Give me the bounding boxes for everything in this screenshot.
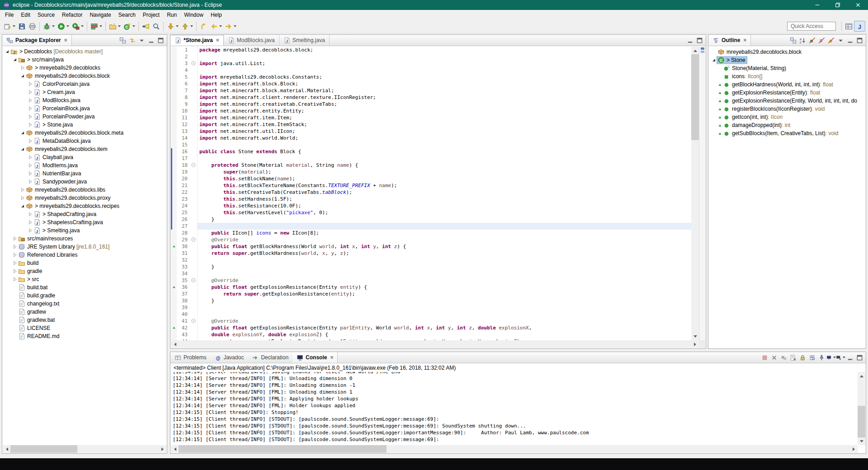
open-console-button[interactable] [836, 353, 845, 362]
scrollbar-track[interactable] [10, 445, 159, 453]
scrollbar-thumb[interactable] [179, 445, 387, 453]
code-line[interactable]: this.setBlockName(name); [198, 175, 691, 182]
expand-arrow-icon[interactable] [19, 195, 26, 201]
print-button[interactable] [27, 21, 38, 32]
run-dropdown-icon[interactable] [66, 25, 69, 27]
scrollbar-thumb[interactable] [10, 445, 77, 453]
external-tools-dropdown-icon[interactable] [81, 25, 84, 27]
menu-edit[interactable]: Edit [17, 10, 34, 19]
expand-arrow-icon[interactable] [12, 252, 18, 258]
code-line[interactable]: this.setCreativeTab(CreativeTabs.tabBloc… [198, 189, 691, 196]
minimize-view-button[interactable] [845, 353, 855, 362]
back-dropdown-icon[interactable] [219, 25, 222, 27]
outline-item[interactable]: getIcon(int, int) : IIcon [709, 113, 865, 121]
tree-item[interactable]: JRE System Library[jre1.8.0_161] [3, 243, 166, 251]
scroll-down-button[interactable] [858, 437, 865, 445]
code-area[interactable]: package mreyeballs29.decoblocks.block;im… [198, 47, 691, 340]
scrollbar-thumb[interactable] [691, 54, 699, 140]
close-window-button[interactable] [848, 0, 868, 10]
link-with-editor-button[interactable] [127, 36, 137, 45]
code-line[interactable]: @Override [198, 236, 691, 243]
line-number-ruler[interactable]: 1234567891011121314151617181920212223242… [177, 47, 190, 340]
outline-item[interactable]: C> Stone [709, 56, 865, 64]
previous-annotation-dropdown-icon[interactable] [190, 25, 193, 27]
collapse-arrow-icon[interactable] [19, 73, 26, 79]
new-wizard-dropdown-icon[interactable] [13, 25, 15, 27]
expand-arrow-icon[interactable] [27, 154, 33, 160]
search-button[interactable] [141, 21, 151, 32]
tree-item[interactable]: gradlew [3, 308, 166, 316]
close-view-icon[interactable]: × [330, 354, 333, 361]
code-line[interactable]: import java.util.List; [198, 60, 691, 67]
next-annotation-button[interactable] [165, 21, 180, 32]
code-line[interactable]: package mreyeballs29.decoblocks.block; [198, 47, 691, 53]
outline-item[interactable]: mreyeballs29.decoblocks.block [709, 48, 865, 56]
coverage-button[interactable] [89, 21, 104, 32]
overview-ruler[interactable] [699, 47, 705, 340]
hide-non-public-button[interactable] [826, 36, 836, 45]
code-line[interactable] [198, 53, 691, 60]
menu-window[interactable]: Window [180, 10, 207, 19]
tree-item[interactable]: J> Decoblocks[Decoblocks master] [3, 47, 166, 56]
tree-item[interactable]: J> ShapedCrafting.java [3, 210, 166, 218]
menu-refactor[interactable]: Refactor [58, 10, 86, 19]
save-button[interactable] [17, 21, 27, 32]
scroll-right-button[interactable] [850, 445, 858, 453]
close-tab-icon[interactable]: × [216, 37, 219, 43]
forward-dropdown-icon[interactable] [234, 25, 236, 27]
outline-item[interactable]: getSubBlocks(Item, CreativeTabs, List) :… [709, 129, 865, 137]
menu-help[interactable]: Help [207, 10, 226, 19]
open-type-button[interactable] [151, 21, 161, 32]
code-line[interactable]: @Override [198, 277, 691, 284]
collapse-arrow-icon[interactable] [19, 130, 26, 136]
tree-item[interactable]: JPorcelainBlock.java [3, 104, 166, 113]
code-line[interactable] [198, 141, 691, 148]
code-line[interactable]: @Override [198, 318, 691, 324]
tree-item[interactable]: JNutrientBar.java [3, 169, 166, 178]
word-wrap-button[interactable] [807, 353, 817, 362]
expand-arrow-icon[interactable] [27, 227, 33, 234]
scroll-down-button[interactable] [691, 333, 699, 340]
overview-marker[interactable] [701, 47, 704, 50]
code-line[interactable]: public float getBlockHardness(World worl… [198, 243, 691, 250]
tree-item[interactable]: JModItems.java [3, 161, 166, 169]
remove-launch-button[interactable] [769, 353, 779, 362]
collapse-arrow-icon[interactable] [19, 146, 26, 152]
new-java-project-dropdown-icon[interactable] [118, 25, 121, 27]
tree-item[interactable]: build.bat [3, 283, 166, 291]
expand-arrow-icon[interactable] [27, 170, 33, 177]
code-line[interactable]: } [198, 263, 691, 270]
menu-navigate[interactable]: Navigate [86, 10, 114, 19]
minimize-window-button[interactable] [807, 0, 827, 10]
tree-item[interactable]: mreyeballs29.decoblocks.libs [3, 186, 166, 194]
minimize-view-button[interactable] [685, 36, 695, 45]
fold-collapse-icon[interactable] [191, 61, 196, 66]
code-line[interactable]: this.setResistance(10.0F); [198, 202, 691, 209]
expand-arrow-icon[interactable] [12, 268, 18, 274]
outline-item[interactable]: damageDropped(int) : int [709, 121, 865, 129]
tree-item[interactable]: J> Cream.java [3, 88, 166, 96]
scroll-left-button[interactable] [171, 445, 179, 453]
code-line[interactable]: public float getExplosionResistance(Enti… [198, 284, 691, 291]
maximize-view-button[interactable] [855, 36, 864, 45]
taskbar[interactable] [0, 458, 868, 470]
maximize-view-button[interactable] [695, 36, 704, 45]
code-line[interactable]: import net.minecraft.client.renderer.tex… [198, 94, 691, 101]
fold-collapse-icon[interactable] [191, 237, 196, 242]
next-annotation-dropdown-icon[interactable] [176, 25, 179, 27]
collapse-arrow-icon[interactable] [711, 57, 717, 63]
tree-item[interactable]: README.md [3, 332, 166, 340]
tree-item[interactable]: > mreyeballs29.decoblocks.recipes [3, 202, 166, 210]
code-line[interactable]: import net.minecraft.entity.Entity; [198, 108, 691, 114]
tab-problems[interactable]: Problems [170, 352, 211, 363]
code-line[interactable]: this.setHarvestLevel("pickaxe", 0); [198, 209, 691, 216]
expand-arrow-icon[interactable] [12, 276, 18, 282]
scrollbar-track[interactable] [179, 445, 850, 453]
scroll-lock-button[interactable] [798, 353, 807, 362]
code-line[interactable]: super(material); [198, 169, 691, 175]
tree-item[interactable]: JMetaDataBlock.java [3, 137, 166, 145]
outline-item[interactable]: CStone(Material, String) [709, 64, 865, 72]
forward-button[interactable] [223, 21, 238, 32]
collapse-all-button[interactable] [118, 36, 127, 45]
menu-run[interactable]: Run [163, 10, 180, 19]
